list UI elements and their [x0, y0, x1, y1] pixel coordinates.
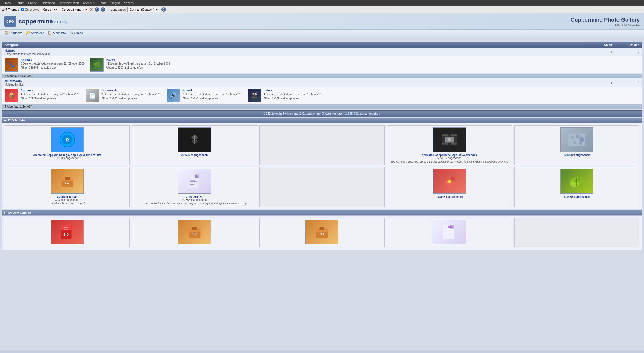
- svg-point-21: [579, 137, 584, 142]
- colorstyle-select[interactable]: Curve altmenu Curve standard: [60, 7, 88, 12]
- nature-albums-count: 2: [587, 48, 614, 56]
- nav-forum[interactable]: Forum: [14, 1, 26, 5]
- svg-point-5: [192, 140, 198, 143]
- logo-box: CPG: [4, 16, 16, 27]
- svg-rect-51: [192, 227, 197, 230]
- thumb-leaf-title: 119439 x angesehen: [564, 195, 590, 198]
- svg-point-19: [571, 136, 574, 139]
- help-icon-2[interactable]: ?: [101, 7, 105, 12]
- multimedia-category-link[interactable]: Multimedia: [5, 79, 22, 83]
- svg-point-40: [570, 181, 579, 187]
- thumb-scale-img[interactable]: [560, 127, 593, 152]
- site-name: coppermine GALLERY: [19, 18, 67, 25]
- svg-point-20: [576, 134, 580, 138]
- newest-thumb-tarball2-img[interactable]: tar: [178, 220, 211, 244]
- nature-category-link[interactable]: Nature: [5, 49, 15, 53]
- category-nature-row: Nature Some pics taken from the competit…: [2, 48, 642, 56]
- svg-rect-32: [190, 181, 197, 182]
- animals-info-line1: 3 Dateien, letzte Aktualisierung am 31. …: [21, 62, 85, 65]
- thumb-dragonfly-img[interactable]: [178, 127, 211, 152]
- random-images-header[interactable]: ▶ Zufallsbilder: [2, 118, 642, 123]
- thumb-leaf-img[interactable]: [560, 169, 593, 194]
- album-video: 🎬 Video 4 Dateien, letzte Aktualisierung…: [248, 89, 323, 102]
- toolbar-separator: [108, 7, 108, 12]
- nature-category-cell: Nature Some pics taken from the competit…: [2, 48, 587, 56]
- thumb-filmstrip-desc: You will need a codec on your client tha…: [391, 160, 508, 163]
- subnav-anmelden[interactable]: 🔑 Anmelden: [25, 31, 44, 35]
- home-icon: 🏠: [4, 31, 9, 35]
- archives-album-link[interactable]: Archives: [21, 89, 33, 92]
- svg-text:zip: zip: [63, 232, 69, 236]
- animals-album-info: Animals 3 Dateien, letzte Aktualisierung…: [21, 58, 85, 70]
- subnav-suche-label: Suche: [74, 31, 83, 34]
- thumb-7zip-img[interactable]: [178, 169, 211, 194]
- svg-rect-11: [454, 134, 457, 136]
- thumb-filmstrip-img[interactable]: [433, 127, 466, 152]
- colorstyle-label: Color style: [25, 8, 39, 11]
- thumb-flower: 113147 x angesehen: [387, 167, 512, 207]
- nav-plugins[interactable]: Plugins: [109, 1, 122, 5]
- newest-thumb-tarball3-img[interactable]: tar: [305, 220, 338, 244]
- nav-demo[interactable]: Demo: [97, 1, 108, 5]
- nav-about[interactable]: About us: [81, 1, 96, 5]
- random-images-title: Zufallsbilder: [8, 119, 26, 122]
- animals-album-link[interactable]: Animals: [21, 58, 32, 61]
- documents-album-link[interactable]: Documents: [102, 89, 118, 92]
- sub-navigation: 🏠 Startseite 🔑 Anmelden 📋 Albenliste 🔍 S…: [0, 30, 644, 36]
- svg-rect-10: [451, 134, 454, 136]
- nav-documentation[interactable]: Documentation: [57, 1, 80, 5]
- sound-album-info: Sound 3 Dateien, letzte Aktualisierung a…: [183, 89, 242, 100]
- newest-thumb-zip-img[interactable]: zip: [51, 220, 84, 244]
- colorstyle-checkbox[interactable]: [21, 8, 24, 11]
- video-album-link[interactable]: Video: [264, 89, 272, 92]
- list-icon: 📋: [48, 31, 52, 35]
- toolbar: 147 Themes Color style Curve Default Sil…: [0, 6, 644, 13]
- quicktime-icon: Q: [59, 131, 76, 148]
- themes-count-label: 147 Themes: [2, 8, 19, 11]
- category-multimedia-row: Multimedia Multimedia files 4 12: [2, 78, 642, 87]
- video-info-line2: Album 39248 mal aufgerufen: [264, 97, 323, 100]
- thumb-7zip-desc: Plain text file that has been compressed…: [143, 202, 246, 205]
- nav-project[interactable]: Project: [27, 1, 39, 5]
- plants-album-link[interactable]: Plants: [106, 58, 115, 61]
- svg-rect-12: [442, 143, 445, 145]
- col-dateien: Dateien: [614, 42, 642, 48]
- thumb-7zip-views: 27385 x angesehen: [183, 198, 207, 201]
- subnav-suche[interactable]: 🔍 Suche: [69, 31, 83, 35]
- multimedia-category-cell: Multimedia Multimedia files: [2, 78, 587, 87]
- tarball2-icon: tar: [186, 224, 203, 240]
- sound-album-link[interactable]: Sound: [183, 89, 192, 92]
- svg-text:Q: Q: [66, 137, 69, 142]
- newest-files-header[interactable]: ▶ neueste Dateien: [2, 210, 642, 215]
- newest-thumb-zip: zip: [5, 218, 130, 247]
- site-sub: GALLERY: [54, 21, 67, 24]
- album-animals: 🐾 Animals 3 Dateien, letzte Aktualisieru…: [5, 58, 85, 72]
- svg-rect-47: [64, 227, 68, 228]
- newest-thumb-tarball2: tar: [132, 218, 257, 247]
- subnav-startseite[interactable]: 🏠 Startseite: [4, 31, 22, 35]
- nav-download[interactable]: Download: [40, 1, 56, 5]
- thumb-flower-img[interactable]: [433, 169, 466, 194]
- nav-home[interactable]: Home: [2, 1, 13, 5]
- clear-icon[interactable]: ✕: [90, 7, 93, 12]
- thumb-quicktime-views: 44728 x angesehen: [55, 157, 79, 160]
- gallery-title: Coppermine Photo Gallery: [571, 17, 640, 23]
- main-wrapper: CPG coppermine GALLERY Coppermine Photo …: [0, 13, 644, 350]
- site-header: CPG coppermine GALLERY Coppermine Photo …: [0, 13, 644, 30]
- thumb-quicktime-img[interactable]: Q: [51, 127, 84, 152]
- archives-info-line1: 4 Dateien, letzte Aktualisierung am 25. …: [21, 92, 80, 96]
- help-icon-3[interactable]: ?: [161, 7, 166, 12]
- zip-icon: zip: [59, 224, 76, 240]
- theme-select[interactable]: Curve Default Silver: [41, 7, 58, 12]
- archives-thumb: 📦: [5, 89, 18, 102]
- thumb-tarball-img[interactable]: tar: [51, 169, 84, 194]
- documents-thumb: 📄: [86, 89, 99, 102]
- newest-thumb-purpledoc-img[interactable]: [433, 220, 466, 244]
- tarball3-icon: tar: [314, 224, 330, 240]
- help-icon-1[interactable]: ?: [95, 7, 99, 12]
- language-select[interactable]: German (Deutsch) English French Spanish: [127, 7, 160, 12]
- newest-thumb-empty: [514, 218, 639, 247]
- nav-search[interactable]: Search: [122, 1, 135, 5]
- subnav-albenliste[interactable]: 📋 Albenliste: [48, 31, 66, 35]
- sound-info-line1: 3 Dateien, letzte Aktualisierung am 25. …: [183, 92, 242, 96]
